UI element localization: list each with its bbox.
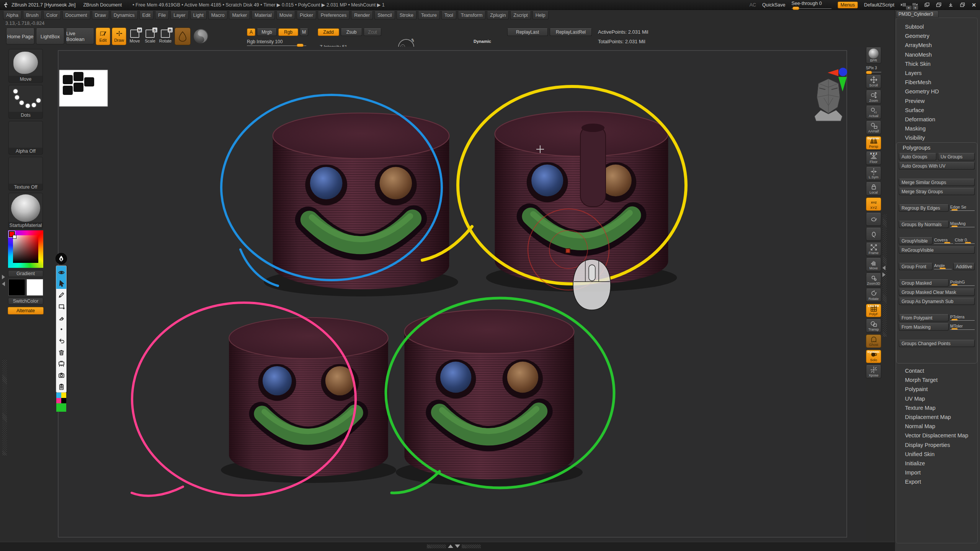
select-cursor-icon[interactable] xyxy=(56,277,66,289)
axis-z-dot[interactable] xyxy=(839,68,847,76)
zadd-toggle[interactable]: Zadd xyxy=(318,28,339,36)
bottom-tray-handle[interactable] xyxy=(427,544,446,548)
shelf-floor-button[interactable]: X Y ZFloor xyxy=(866,152,881,165)
menu-stroke[interactable]: Stroke xyxy=(397,11,416,20)
shelf-frame-button[interactable]: Frame xyxy=(866,243,881,256)
rotate-mode-button[interactable]: R Rotate xyxy=(158,28,172,45)
shelf-ghost-button[interactable]: Ghost xyxy=(866,334,881,348)
uv-groups-button[interactable]: Uv Groups xyxy=(938,153,975,160)
section-fibermesh[interactable]: FiberMesh xyxy=(899,78,975,87)
see-through-slider[interactable]: See-through 0 xyxy=(792,1,831,9)
shelf-transp-button[interactable]: Transp xyxy=(866,319,881,333)
shelf-actual-button[interactable]: x1Actual xyxy=(866,106,881,119)
section-geometry-hd[interactable]: Geometry HD xyxy=(899,87,975,96)
menu-tool[interactable]: Tool xyxy=(441,11,456,20)
mini-knob[interactable] xyxy=(951,319,958,321)
current-material-button[interactable]: StartupMaterial xyxy=(8,193,43,229)
whiteboard-icon[interactable] xyxy=(56,358,66,369)
section-import[interactable]: Import xyxy=(899,468,975,477)
menu-document[interactable]: Document xyxy=(62,11,90,20)
menu-texture[interactable]: Texture xyxy=(418,11,440,20)
sv-selector[interactable] xyxy=(13,235,16,239)
tray-handle-arrow[interactable] xyxy=(2,282,5,286)
doc-float-icon[interactable] xyxy=(936,2,942,7)
palette-color-2[interactable] xyxy=(61,393,66,398)
shelf-rotate-button[interactable]: Rotate xyxy=(866,289,881,302)
shelf-local-button[interactable]: Local xyxy=(866,182,881,196)
palette-color-3[interactable] xyxy=(56,398,61,403)
spix-slider[interactable]: SPix 3 xyxy=(866,66,881,72)
menu-render[interactable]: Render xyxy=(351,11,373,20)
scale-mode-button[interactable]: S Scale xyxy=(143,28,157,45)
menu-zscript[interactable]: Zscript xyxy=(510,11,531,20)
menu-layer[interactable]: Layer xyxy=(170,11,188,20)
section-nanomesh[interactable]: NanoMesh xyxy=(899,50,975,59)
section-visibility[interactable]: Visibility xyxy=(899,133,975,142)
bpr-render-button[interactable]: BPR xyxy=(866,47,881,64)
section-masking[interactable]: Masking xyxy=(899,124,975,133)
shelf-l-sym-button[interactable]: L.Sym xyxy=(866,167,881,180)
section-unified-skin[interactable]: Unified Skin xyxy=(899,450,975,459)
group-masked-clear-mask-button[interactable]: Group Masked Clear Mask xyxy=(899,289,975,296)
bottom-tray-handle[interactable] xyxy=(462,544,481,548)
pen-tool-logo-icon[interactable] xyxy=(56,253,67,264)
color-picker-square[interactable] xyxy=(13,235,38,263)
visibility-eye-icon[interactable] xyxy=(56,266,66,277)
tray-up-arrow[interactable] xyxy=(448,544,453,548)
draw-mode-button[interactable]: Draw xyxy=(112,28,126,45)
mini-knob[interactable] xyxy=(939,267,946,269)
groups-changed-points-button[interactable]: Groups Changed Points xyxy=(899,340,975,347)
section-vector-displacement-map[interactable]: Vector Displacement Map xyxy=(899,431,975,440)
current-brush-button[interactable]: Move xyxy=(8,49,43,83)
menu-help[interactable]: Help xyxy=(532,11,549,20)
menu-preferences[interactable]: Preferences xyxy=(318,11,350,20)
menu-macro[interactable]: Macro xyxy=(208,11,228,20)
section-texture-map[interactable]: Texture Map xyxy=(899,403,975,412)
default-zscript-button[interactable]: DefaultZScript xyxy=(864,2,894,8)
tray-down-arrow[interactable] xyxy=(455,544,460,548)
colorspace-a-toggle[interactable]: A xyxy=(247,28,255,36)
mini-knob[interactable] xyxy=(951,225,958,227)
mtolerance-slider[interactable]: MToler xyxy=(950,324,975,330)
mini-knob[interactable] xyxy=(951,209,958,211)
live-boolean-button[interactable]: Live Boolean xyxy=(66,28,94,44)
menu-transform[interactable]: Transform xyxy=(458,11,486,20)
shelf-xpose-button[interactable]: Xpose xyxy=(866,365,881,378)
alternate-button[interactable]: Alternate xyxy=(8,307,44,315)
menu-material[interactable]: Material xyxy=(252,11,274,20)
shelf-move-button[interactable]: Move xyxy=(866,258,881,271)
trash-icon[interactable] xyxy=(56,346,66,358)
restore-icon[interactable] xyxy=(960,2,965,7)
menu-edit[interactable]: Edit xyxy=(139,11,154,20)
move-mode-button[interactable]: M Move xyxy=(128,28,142,45)
section-contact[interactable]: Contact xyxy=(899,366,975,375)
merge-similar-groups-button[interactable]: Merge Similar Groups xyxy=(899,179,975,186)
switch-color-button[interactable]: SwitchColor xyxy=(8,298,43,305)
shelf-zoom3d-button[interactable]: Zoom3D xyxy=(866,273,881,287)
menu-zplugin[interactable]: Zplugin xyxy=(487,11,509,20)
m-toggle[interactable]: M xyxy=(300,28,308,36)
pencil-icon[interactable] xyxy=(56,289,66,300)
material-sphere-button[interactable] xyxy=(193,28,209,44)
section-normal-map[interactable]: Normal Map xyxy=(899,422,975,431)
menu-light[interactable]: Light xyxy=(190,11,207,20)
doc-copy-icon[interactable] xyxy=(924,2,930,7)
menu-draw[interactable]: Draw xyxy=(92,11,109,20)
auto-groups-with-uv-button[interactable]: Auto Groups With UV xyxy=(899,162,975,170)
rgb-toggle[interactable]: Rgb xyxy=(278,28,298,36)
menu-stencil[interactable]: Stencil xyxy=(374,11,395,20)
dot-icon[interactable] xyxy=(56,323,66,335)
rectangle-icon[interactable] xyxy=(56,300,66,312)
rgb-intensity-slider[interactable]: Rgb Intensity 100 xyxy=(247,39,306,44)
groups-by-normals-button[interactable]: Groups By Normals xyxy=(899,221,949,228)
shelf-polyf-button[interactable]: Line FillPolyF xyxy=(866,304,881,317)
cluster-slider[interactable]: Clstr 0. xyxy=(955,238,975,244)
tray-handle-arrow[interactable] xyxy=(882,266,885,270)
from-masking-button[interactable]: From Masking xyxy=(899,323,949,331)
menu-alpha[interactable]: Alpha xyxy=(3,11,21,20)
section-export[interactable]: Export xyxy=(899,477,975,486)
menu-dynamics[interactable]: Dynamics xyxy=(111,11,138,20)
document-thumbnail[interactable] xyxy=(59,70,108,106)
lightbox-button[interactable]: LightBox xyxy=(36,28,64,44)
edge-sensitivity-slider[interactable]: Edge Se xyxy=(950,205,975,211)
